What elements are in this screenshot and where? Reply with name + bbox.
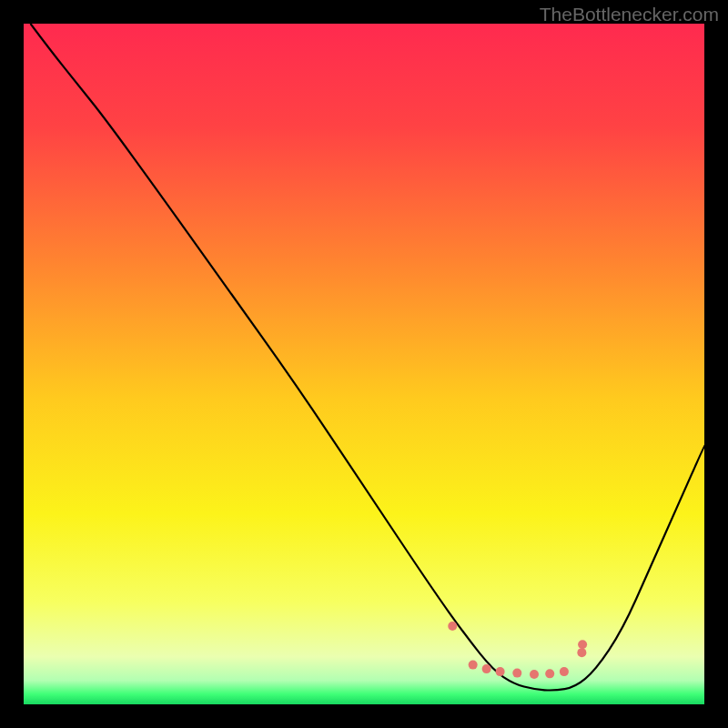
marker-point [482, 664, 491, 673]
marker-point [530, 670, 539, 679]
marker-point [496, 667, 505, 676]
chart-plot [24, 24, 704, 704]
chart-container: TheBottlenecker.com [0, 0, 728, 728]
marker-point [512, 669, 521, 678]
marker-point [560, 667, 569, 676]
marker-point [577, 648, 586, 657]
watermark-text: TheBottlenecker.com [540, 4, 719, 25]
marker-point [578, 640, 587, 649]
marker-point [448, 622, 457, 631]
marker-point [545, 669, 554, 678]
gradient-background [24, 24, 704, 704]
marker-point [469, 661, 478, 670]
